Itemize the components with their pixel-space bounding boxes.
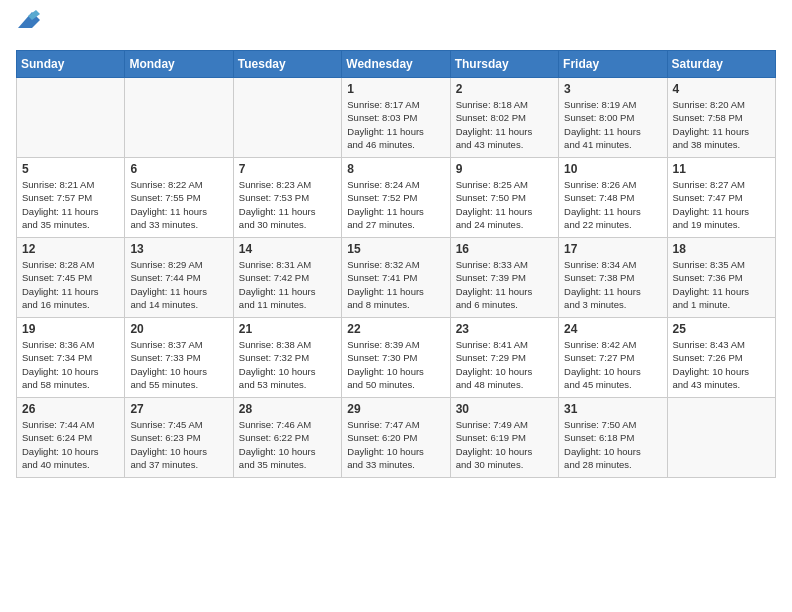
calendar-cell: 28Sunrise: 7:46 AM Sunset: 6:22 PM Dayli… bbox=[233, 398, 341, 478]
calendar-cell: 27Sunrise: 7:45 AM Sunset: 6:23 PM Dayli… bbox=[125, 398, 233, 478]
calendar-cell: 1Sunrise: 8:17 AM Sunset: 8:03 PM Daylig… bbox=[342, 78, 450, 158]
logo bbox=[16, 16, 40, 40]
day-number: 8 bbox=[347, 162, 444, 176]
day-info: Sunrise: 7:46 AM Sunset: 6:22 PM Dayligh… bbox=[239, 418, 336, 471]
calendar-cell bbox=[17, 78, 125, 158]
day-info: Sunrise: 8:22 AM Sunset: 7:55 PM Dayligh… bbox=[130, 178, 227, 231]
day-info: Sunrise: 8:42 AM Sunset: 7:27 PM Dayligh… bbox=[564, 338, 661, 391]
calendar-cell: 29Sunrise: 7:47 AM Sunset: 6:20 PM Dayli… bbox=[342, 398, 450, 478]
col-header-monday: Monday bbox=[125, 51, 233, 78]
calendar-cell bbox=[667, 398, 775, 478]
day-info: Sunrise: 8:25 AM Sunset: 7:50 PM Dayligh… bbox=[456, 178, 553, 231]
day-number: 19 bbox=[22, 322, 119, 336]
week-row-2: 5Sunrise: 8:21 AM Sunset: 7:57 PM Daylig… bbox=[17, 158, 776, 238]
day-number: 31 bbox=[564, 402, 661, 416]
calendar-cell bbox=[125, 78, 233, 158]
calendar-cell: 16Sunrise: 8:33 AM Sunset: 7:39 PM Dayli… bbox=[450, 238, 558, 318]
week-row-3: 12Sunrise: 8:28 AM Sunset: 7:45 PM Dayli… bbox=[17, 238, 776, 318]
day-info: Sunrise: 8:34 AM Sunset: 7:38 PM Dayligh… bbox=[564, 258, 661, 311]
col-header-wednesday: Wednesday bbox=[342, 51, 450, 78]
day-number: 3 bbox=[564, 82, 661, 96]
day-number: 29 bbox=[347, 402, 444, 416]
calendar-cell: 31Sunrise: 7:50 AM Sunset: 6:18 PM Dayli… bbox=[559, 398, 667, 478]
day-info: Sunrise: 8:29 AM Sunset: 7:44 PM Dayligh… bbox=[130, 258, 227, 311]
calendar-cell: 6Sunrise: 8:22 AM Sunset: 7:55 PM Daylig… bbox=[125, 158, 233, 238]
day-number: 30 bbox=[456, 402, 553, 416]
day-info: Sunrise: 8:20 AM Sunset: 7:58 PM Dayligh… bbox=[673, 98, 770, 151]
day-number: 13 bbox=[130, 242, 227, 256]
calendar-cell: 30Sunrise: 7:49 AM Sunset: 6:19 PM Dayli… bbox=[450, 398, 558, 478]
day-info: Sunrise: 8:19 AM Sunset: 8:00 PM Dayligh… bbox=[564, 98, 661, 151]
day-number: 16 bbox=[456, 242, 553, 256]
week-row-4: 19Sunrise: 8:36 AM Sunset: 7:34 PM Dayli… bbox=[17, 318, 776, 398]
day-info: Sunrise: 8:23 AM Sunset: 7:53 PM Dayligh… bbox=[239, 178, 336, 231]
calendar-cell: 19Sunrise: 8:36 AM Sunset: 7:34 PM Dayli… bbox=[17, 318, 125, 398]
day-info: Sunrise: 8:35 AM Sunset: 7:36 PM Dayligh… bbox=[673, 258, 770, 311]
day-info: Sunrise: 8:27 AM Sunset: 7:47 PM Dayligh… bbox=[673, 178, 770, 231]
day-number: 15 bbox=[347, 242, 444, 256]
day-info: Sunrise: 8:38 AM Sunset: 7:32 PM Dayligh… bbox=[239, 338, 336, 391]
col-header-tuesday: Tuesday bbox=[233, 51, 341, 78]
day-number: 14 bbox=[239, 242, 336, 256]
calendar-cell: 3Sunrise: 8:19 AM Sunset: 8:00 PM Daylig… bbox=[559, 78, 667, 158]
day-number: 12 bbox=[22, 242, 119, 256]
calendar-cell: 25Sunrise: 8:43 AM Sunset: 7:26 PM Dayli… bbox=[667, 318, 775, 398]
calendar-cell: 14Sunrise: 8:31 AM Sunset: 7:42 PM Dayli… bbox=[233, 238, 341, 318]
calendar-cell bbox=[233, 78, 341, 158]
calendar-cell: 5Sunrise: 8:21 AM Sunset: 7:57 PM Daylig… bbox=[17, 158, 125, 238]
day-number: 22 bbox=[347, 322, 444, 336]
day-number: 2 bbox=[456, 82, 553, 96]
calendar-cell: 24Sunrise: 8:42 AM Sunset: 7:27 PM Dayli… bbox=[559, 318, 667, 398]
day-info: Sunrise: 7:50 AM Sunset: 6:18 PM Dayligh… bbox=[564, 418, 661, 471]
day-number: 7 bbox=[239, 162, 336, 176]
day-info: Sunrise: 8:17 AM Sunset: 8:03 PM Dayligh… bbox=[347, 98, 444, 151]
logo-icon bbox=[18, 10, 40, 28]
day-number: 18 bbox=[673, 242, 770, 256]
day-info: Sunrise: 8:26 AM Sunset: 7:48 PM Dayligh… bbox=[564, 178, 661, 231]
day-number: 24 bbox=[564, 322, 661, 336]
calendar-cell: 22Sunrise: 8:39 AM Sunset: 7:30 PM Dayli… bbox=[342, 318, 450, 398]
day-number: 20 bbox=[130, 322, 227, 336]
col-header-saturday: Saturday bbox=[667, 51, 775, 78]
calendar-cell: 13Sunrise: 8:29 AM Sunset: 7:44 PM Dayli… bbox=[125, 238, 233, 318]
day-number: 28 bbox=[239, 402, 336, 416]
calendar-cell: 9Sunrise: 8:25 AM Sunset: 7:50 PM Daylig… bbox=[450, 158, 558, 238]
week-row-5: 26Sunrise: 7:44 AM Sunset: 6:24 PM Dayli… bbox=[17, 398, 776, 478]
day-number: 21 bbox=[239, 322, 336, 336]
day-info: Sunrise: 7:45 AM Sunset: 6:23 PM Dayligh… bbox=[130, 418, 227, 471]
day-info: Sunrise: 8:21 AM Sunset: 7:57 PM Dayligh… bbox=[22, 178, 119, 231]
day-info: Sunrise: 8:39 AM Sunset: 7:30 PM Dayligh… bbox=[347, 338, 444, 391]
col-header-sunday: Sunday bbox=[17, 51, 125, 78]
day-number: 1 bbox=[347, 82, 444, 96]
calendar-cell: 11Sunrise: 8:27 AM Sunset: 7:47 PM Dayli… bbox=[667, 158, 775, 238]
day-info: Sunrise: 8:18 AM Sunset: 8:02 PM Dayligh… bbox=[456, 98, 553, 151]
day-info: Sunrise: 7:49 AM Sunset: 6:19 PM Dayligh… bbox=[456, 418, 553, 471]
day-info: Sunrise: 8:37 AM Sunset: 7:33 PM Dayligh… bbox=[130, 338, 227, 391]
day-number: 10 bbox=[564, 162, 661, 176]
day-number: 27 bbox=[130, 402, 227, 416]
calendar-cell: 7Sunrise: 8:23 AM Sunset: 7:53 PM Daylig… bbox=[233, 158, 341, 238]
calendar-cell: 2Sunrise: 8:18 AM Sunset: 8:02 PM Daylig… bbox=[450, 78, 558, 158]
day-number: 6 bbox=[130, 162, 227, 176]
day-number: 26 bbox=[22, 402, 119, 416]
col-header-friday: Friday bbox=[559, 51, 667, 78]
day-info: Sunrise: 8:24 AM Sunset: 7:52 PM Dayligh… bbox=[347, 178, 444, 231]
day-info: Sunrise: 8:33 AM Sunset: 7:39 PM Dayligh… bbox=[456, 258, 553, 311]
calendar-cell: 10Sunrise: 8:26 AM Sunset: 7:48 PM Dayli… bbox=[559, 158, 667, 238]
calendar-cell: 15Sunrise: 8:32 AM Sunset: 7:41 PM Dayli… bbox=[342, 238, 450, 318]
calendar-cell: 20Sunrise: 8:37 AM Sunset: 7:33 PM Dayli… bbox=[125, 318, 233, 398]
day-info: Sunrise: 8:31 AM Sunset: 7:42 PM Dayligh… bbox=[239, 258, 336, 311]
calendar-cell: 17Sunrise: 8:34 AM Sunset: 7:38 PM Dayli… bbox=[559, 238, 667, 318]
calendar-cell: 21Sunrise: 8:38 AM Sunset: 7:32 PM Dayli… bbox=[233, 318, 341, 398]
day-info: Sunrise: 8:43 AM Sunset: 7:26 PM Dayligh… bbox=[673, 338, 770, 391]
calendar-cell: 26Sunrise: 7:44 AM Sunset: 6:24 PM Dayli… bbox=[17, 398, 125, 478]
calendar-cell: 18Sunrise: 8:35 AM Sunset: 7:36 PM Dayli… bbox=[667, 238, 775, 318]
day-number: 5 bbox=[22, 162, 119, 176]
day-info: Sunrise: 7:47 AM Sunset: 6:20 PM Dayligh… bbox=[347, 418, 444, 471]
day-info: Sunrise: 7:44 AM Sunset: 6:24 PM Dayligh… bbox=[22, 418, 119, 471]
day-number: 17 bbox=[564, 242, 661, 256]
day-info: Sunrise: 8:32 AM Sunset: 7:41 PM Dayligh… bbox=[347, 258, 444, 311]
day-number: 9 bbox=[456, 162, 553, 176]
day-number: 4 bbox=[673, 82, 770, 96]
calendar-table: SundayMondayTuesdayWednesdayThursdayFrid… bbox=[16, 50, 776, 478]
